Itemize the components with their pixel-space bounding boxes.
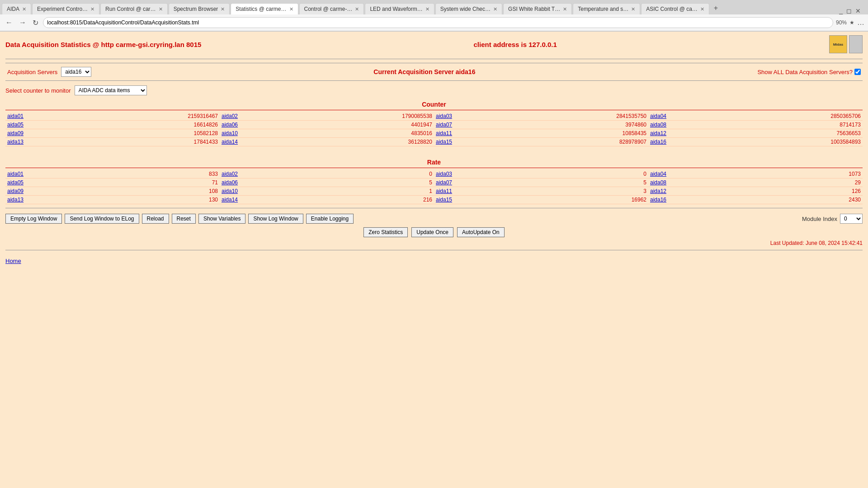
new-tab-button[interactable]: + bbox=[710, 2, 722, 14]
data-cell-name[interactable]: aida04 bbox=[648, 112, 755, 121]
home-link[interactable]: Home bbox=[5, 258, 21, 264]
secondary-logo bbox=[849, 35, 863, 53]
data-cell-value: 29 bbox=[755, 178, 863, 187]
data-cell-name[interactable]: aida05 bbox=[5, 178, 113, 187]
data-cell-name[interactable]: aida09 bbox=[5, 187, 113, 196]
data-cell-name[interactable]: aida07 bbox=[434, 121, 541, 129]
show-variables-button[interactable]: Show Variables bbox=[198, 214, 246, 224]
tab-run[interactable]: Run Control @ car… ✕ bbox=[100, 3, 168, 14]
tab-syswide[interactable]: System wide Chec… ✕ bbox=[435, 3, 502, 14]
close-window-button[interactable]: ✕ bbox=[855, 7, 861, 14]
show-all-checkbox[interactable] bbox=[854, 69, 861, 75]
minimize-button[interactable]: ⎯ bbox=[839, 7, 843, 14]
tab-spectrum-close[interactable]: ✕ bbox=[221, 6, 225, 12]
data-cell-name[interactable]: aida05 bbox=[5, 121, 113, 129]
data-cell-name[interactable]: aida16 bbox=[648, 196, 755, 204]
select-counter-row: Select counter to monitor AIDA ADC data … bbox=[5, 85, 863, 95]
bookmark-icon[interactable]: ★ bbox=[849, 19, 854, 26]
data-cell-name[interactable]: aida02 bbox=[220, 112, 327, 121]
address-input[interactable] bbox=[43, 17, 833, 28]
data-cell-name[interactable]: aida12 bbox=[648, 129, 755, 138]
enable-logging-button[interactable]: Enable Logging bbox=[306, 214, 354, 224]
tab-control-close[interactable]: ✕ bbox=[355, 6, 359, 12]
data-cell-value: 0 bbox=[327, 170, 434, 178]
tab-aida[interactable]: AIDA ✕ bbox=[2, 3, 31, 14]
data-cell-name[interactable]: aida11 bbox=[434, 187, 541, 196]
tab-asic-label: ASIC Control @ ca… bbox=[646, 6, 698, 12]
tab-led[interactable]: LED and Waveform… ✕ bbox=[365, 3, 434, 14]
data-cell-name[interactable]: aida04 bbox=[648, 170, 755, 178]
reload-page-button[interactable]: Reload bbox=[142, 214, 169, 224]
tab-run-close[interactable]: ✕ bbox=[159, 6, 163, 12]
tab-led-close[interactable]: ✕ bbox=[425, 6, 429, 12]
client-address: client address is 127.0.0.1 bbox=[474, 41, 557, 48]
button-row: Empty Log Window Send Log Window to ELog… bbox=[5, 214, 863, 224]
reload-button[interactable]: ↻ bbox=[31, 18, 40, 28]
data-cell-value: 126 bbox=[755, 187, 863, 196]
data-cell-value: 0 bbox=[541, 170, 648, 178]
reset-button[interactable]: Reset bbox=[172, 214, 196, 224]
tab-experiment-label: Experiment Contro… bbox=[37, 6, 88, 12]
data-cell-name[interactable]: aida12 bbox=[648, 187, 755, 196]
logo-area: Midas bbox=[829, 35, 863, 53]
data-cell-name[interactable]: aida10 bbox=[220, 129, 327, 138]
data-cell-value: 5 bbox=[327, 178, 434, 187]
data-cell-value: 75636653 bbox=[755, 129, 863, 138]
data-cell-name[interactable]: aida15 bbox=[434, 138, 541, 146]
module-index-select[interactable]: 0 bbox=[840, 214, 863, 224]
tab-asic[interactable]: ASIC Control @ ca… ✕ bbox=[641, 3, 709, 14]
data-cell-name[interactable]: aida09 bbox=[5, 129, 113, 138]
data-cell-name[interactable]: aida01 bbox=[5, 170, 113, 178]
acquisition-server-select[interactable]: aida16 bbox=[61, 67, 91, 77]
data-cell-value: 108 bbox=[113, 187, 220, 196]
tab-aida-close[interactable]: ✕ bbox=[22, 6, 26, 12]
tab-statistics-close[interactable]: ✕ bbox=[289, 6, 293, 12]
tab-control[interactable]: Control @ carme-… ✕ bbox=[299, 3, 364, 14]
tab-gsi-label: GSI White Rabbit T… bbox=[508, 6, 560, 12]
tab-asic-close[interactable]: ✕ bbox=[700, 6, 704, 12]
data-cell-name[interactable]: aida08 bbox=[648, 121, 755, 129]
tab-syswide-close[interactable]: ✕ bbox=[493, 6, 497, 12]
maximize-button[interactable]: ◻ bbox=[846, 7, 852, 14]
data-cell-name[interactable]: aida15 bbox=[434, 196, 541, 204]
data-cell-name[interactable]: aida14 bbox=[220, 196, 327, 204]
tab-control-label: Control @ carme-… bbox=[304, 6, 353, 12]
tab-gsi[interactable]: GSI White Rabbit T… ✕ bbox=[503, 3, 572, 14]
counter-select[interactable]: AIDA ADC data items bbox=[75, 85, 147, 95]
tab-experiment[interactable]: Experiment Contro… ✕ bbox=[32, 3, 99, 14]
zero-statistics-button[interactable]: Zero Statistics bbox=[363, 227, 408, 237]
overflow-menu-button[interactable]: … bbox=[857, 19, 864, 27]
data-cell-name[interactable]: aida02 bbox=[220, 170, 327, 178]
data-cell-value: 828978907 bbox=[541, 138, 648, 146]
tab-temperature-close[interactable]: ✕ bbox=[631, 6, 635, 12]
zoom-level: 90% bbox=[836, 19, 847, 26]
forward-button[interactable]: → bbox=[17, 18, 28, 28]
data-cell-name[interactable]: aida16 bbox=[648, 138, 755, 146]
data-cell-name[interactable]: aida13 bbox=[5, 138, 113, 146]
update-once-button[interactable]: Update Once bbox=[411, 227, 453, 237]
send-log-button[interactable]: Send Log Window to ELog bbox=[65, 214, 139, 224]
tab-experiment-close[interactable]: ✕ bbox=[90, 6, 94, 12]
data-cell-name[interactable]: aida06 bbox=[220, 121, 327, 129]
data-cell-name[interactable]: aida10 bbox=[220, 187, 327, 196]
tab-temperature[interactable]: Temperature and s… ✕ bbox=[573, 3, 640, 14]
page-title: Data Acquisition Statistics @ http carme… bbox=[5, 41, 201, 48]
data-cell-name[interactable]: aida03 bbox=[434, 112, 541, 121]
data-cell-name[interactable]: aida08 bbox=[648, 178, 755, 187]
tab-spectrum[interactable]: Spectrum Browser ✕ bbox=[169, 3, 230, 14]
data-cell-name[interactable]: aida11 bbox=[434, 129, 541, 138]
data-cell-name[interactable]: aida01 bbox=[5, 112, 113, 121]
show-log-button[interactable]: Show Log Window bbox=[248, 214, 303, 224]
data-cell-name[interactable]: aida07 bbox=[434, 178, 541, 187]
tab-gsi-close[interactable]: ✕ bbox=[563, 6, 567, 12]
tab-statistics[interactable]: Statistics @ carme… ✕ bbox=[231, 3, 298, 14]
data-cell-name[interactable]: aida06 bbox=[220, 178, 327, 187]
empty-log-button[interactable]: Empty Log Window bbox=[5, 214, 62, 224]
action-row: Zero Statistics Update Once AutoUpdate O… bbox=[5, 227, 863, 237]
data-cell-name[interactable]: aida14 bbox=[220, 138, 327, 146]
data-cell-name[interactable]: aida13 bbox=[5, 196, 113, 204]
back-button[interactable]: ← bbox=[4, 18, 14, 28]
autoupdate-button[interactable]: AutoUpdate On bbox=[457, 227, 505, 237]
footer-divider bbox=[5, 250, 863, 250]
data-cell-name[interactable]: aida03 bbox=[434, 170, 541, 178]
